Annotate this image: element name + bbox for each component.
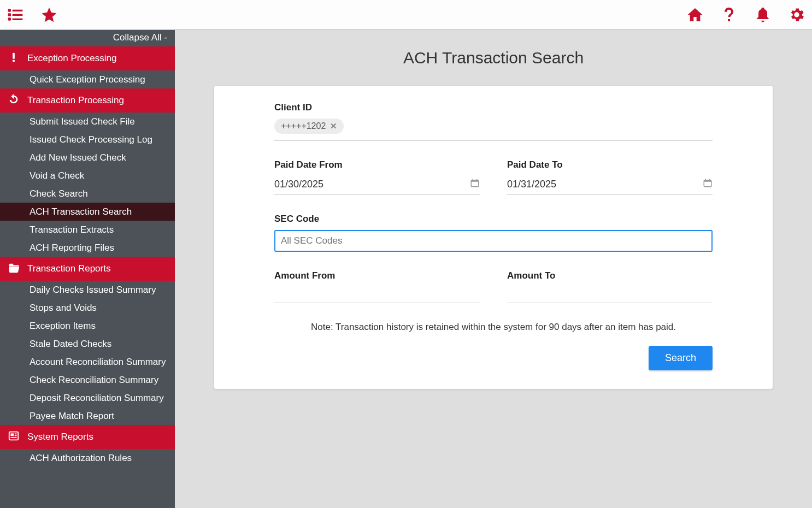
sidebar-item[interactable]: ACH Reporting Files [0, 239, 175, 257]
newspaper-icon [8, 430, 20, 445]
client-id-chip: +++++1202 ✕ [274, 119, 344, 134]
svg-rect-1 [13, 10, 23, 11]
sidebar: Collapse All - Exception ProcessingQuick… [0, 30, 175, 508]
help-icon[interactable] [720, 6, 738, 23]
folder-icon [8, 262, 20, 276]
calendar-icon[interactable] [470, 178, 480, 190]
refresh-icon [8, 93, 20, 108]
sidebar-item[interactable]: Exception Items [0, 317, 175, 335]
sidebar-item[interactable]: Transaction Extracts [0, 221, 175, 239]
svg-rect-14 [471, 180, 479, 182]
sidebar-item[interactable]: Account Reconciliation Summary [0, 353, 175, 371]
sidebar-item[interactable]: Deposit Reconciliation Summary [0, 389, 175, 407]
svg-rect-2 [8, 13, 11, 16]
sidebar-item[interactable]: Submit Issued Check File [0, 113, 175, 131]
amount-to-input[interactable] [507, 287, 713, 303]
menu-list-icon[interactable] [7, 6, 24, 23]
svg-rect-7 [13, 60, 15, 62]
sidebar-group-title: Transaction Reports [27, 263, 110, 274]
paid-date-from-label: Paid Date From [274, 160, 480, 170]
sidebar-item[interactable]: Check Reconciliation Summary [0, 371, 175, 389]
gear-icon[interactable] [788, 6, 805, 23]
svg-rect-3 [13, 14, 23, 16]
calendar-icon[interactable] [703, 178, 713, 190]
home-icon[interactable] [686, 6, 704, 23]
amount-from-input[interactable] [274, 287, 480, 303]
paid-date-to-label: Paid Date To [507, 160, 713, 170]
collapse-all-button[interactable]: Collapse All - [0, 30, 175, 46]
svg-rect-4 [8, 17, 11, 20]
amount-from-label: Amount From [274, 270, 480, 281]
search-button[interactable]: Search [649, 346, 713, 370]
svg-rect-6 [13, 52, 15, 58]
sec-code-input[interactable] [274, 230, 713, 252]
sidebar-group-header[interactable]: Exception Processing [0, 46, 175, 70]
svg-rect-5 [13, 19, 23, 20]
main-content: ACH Transaction Search Client ID +++++12… [175, 30, 812, 508]
svg-rect-0 [8, 9, 11, 11]
retention-note: Note: Transaction history is retained wi… [274, 322, 713, 333]
client-id-field[interactable]: +++++1202 ✕ [274, 119, 713, 141]
sec-code-label: SEC Code [274, 214, 713, 225]
sidebar-group-title: System Reports [27, 432, 93, 442]
client-id-chip-text: +++++1202 [281, 121, 326, 131]
sidebar-item[interactable]: Stale Dated Checks [0, 335, 175, 353]
star-icon[interactable] [40, 6, 58, 23]
sidebar-item[interactable]: Stops and Voids [0, 299, 175, 317]
amount-to-label: Amount To [507, 270, 713, 281]
sidebar-group-header[interactable]: Transaction Reports [0, 257, 175, 281]
svg-rect-18 [704, 180, 711, 182]
exclaim-icon [8, 51, 20, 66]
sidebar-group-header[interactable]: System Reports [0, 425, 175, 449]
sidebar-item[interactable]: ACH Authorization Rules [0, 449, 175, 467]
sidebar-group-title: Exception Processing [27, 53, 116, 64]
top-bar [0, 0, 812, 30]
sidebar-group-header[interactable]: Transaction Processing [0, 88, 175, 113]
client-id-label: Client ID [274, 102, 713, 113]
sidebar-item[interactable]: Check Search [0, 185, 175, 203]
paid-date-to-input[interactable]: 01/31/2025 [507, 176, 713, 195]
bell-icon[interactable] [754, 6, 772, 23]
sidebar-item[interactable]: Payee Match Report [0, 407, 175, 425]
paid-date-from-input[interactable]: 01/30/2025 [274, 176, 480, 195]
remove-chip-icon[interactable]: ✕ [330, 121, 337, 131]
sidebar-item[interactable]: Quick Exception Processing [0, 70, 175, 88]
sidebar-item[interactable]: Daily Checks Issued Summary [0, 281, 175, 299]
search-form-card: Client ID +++++1202 ✕ Paid Date From 01/… [214, 86, 773, 389]
sidebar-group-title: Transaction Processing [27, 95, 124, 106]
paid-date-from-value: 01/30/2025 [274, 179, 470, 190]
sidebar-item[interactable]: Add New Issued Check [0, 149, 175, 167]
paid-date-to-value: 01/31/2025 [507, 179, 703, 190]
sidebar-item[interactable]: Issued Check Processing Log [0, 131, 175, 149]
page-title: ACH Transaction Search [175, 30, 812, 86]
svg-rect-9 [11, 433, 14, 436]
sidebar-item[interactable]: ACH Transaction Search [0, 203, 175, 221]
sidebar-item[interactable]: Void a Check [0, 167, 175, 185]
